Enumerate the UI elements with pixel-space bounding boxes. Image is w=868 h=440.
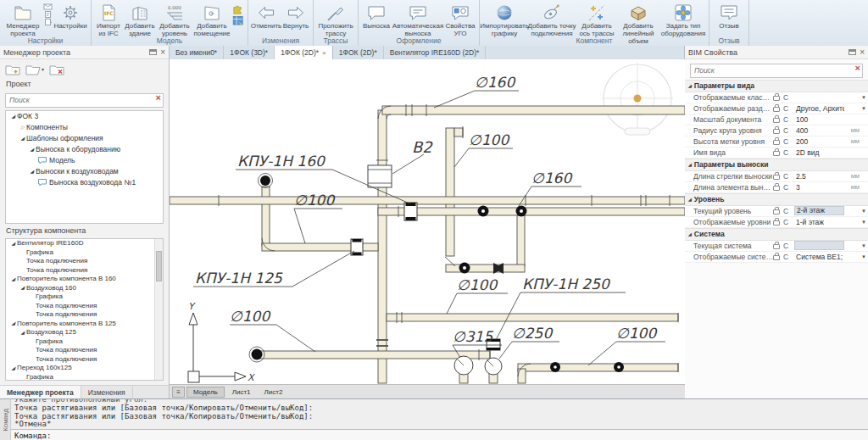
- expander-icon[interactable]: [28, 169, 36, 174]
- doc-tab[interactable]: 1ФОК (3D)*: [224, 46, 275, 59]
- tree-item[interactable]: Точка подключения: [6, 310, 163, 320]
- property-value[interactable]: [794, 241, 844, 250]
- add-building-button[interactable]: Добавить здание: [123, 1, 157, 39]
- tree-item[interactable]: Выноска к оборудованию: [6, 144, 163, 155]
- drawing-area[interactable]: ∅160 ∅100 B2 КПУ-1Н 160 ∅160 КПУ-1Н 125 …: [170, 59, 685, 384]
- clear-search-icon[interactable]: ×: [156, 92, 161, 103]
- close-icon[interactable]: ×: [160, 49, 165, 55]
- expander-icon[interactable]: [19, 285, 26, 290]
- balancing-valve[interactable]: [516, 206, 527, 217]
- diffuser[interactable]: [259, 174, 273, 188]
- tree-item[interactable]: Точка подключения: [6, 301, 163, 310]
- table-icon[interactable]: [231, 15, 245, 26]
- tree-item[interactable]: Точка подключения: [6, 346, 163, 355]
- lock-icon[interactable]: [773, 244, 780, 250]
- tree-item[interactable]: Компоненты: [6, 122, 163, 133]
- tree-item[interactable]: Воздуховод 125: [6, 328, 163, 337]
- lock-icon[interactable]: [773, 151, 780, 157]
- dropdown-icon[interactable]: ▼: [860, 209, 868, 214]
- round-duct-315[interactable]: [454, 356, 473, 375]
- property-value[interactable]: 2D вид: [794, 148, 844, 157]
- balancing-valve[interactable]: [550, 362, 560, 372]
- properties-search-input[interactable]: [690, 64, 863, 78]
- close-tab-icon[interactable]: ×: [322, 49, 326, 57]
- dropdown-icon[interactable]: ▼: [860, 220, 868, 225]
- clear-search-icon[interactable]: ×: [855, 63, 860, 73]
- doc-tab[interactable]: 1ФОК (2D)*: [333, 46, 384, 59]
- document-edit-icon[interactable]: [43, 19, 53, 25]
- property-value[interactable]: 1-й этаж: [794, 218, 844, 226]
- import-graphics-button[interactable]: Импортировать графику: [482, 1, 526, 39]
- command-input[interactable]: Команда:: [11, 429, 868, 440]
- dock-icon[interactable]: [149, 49, 157, 55]
- property-value[interactable]: Система ВЕ1; Система В6: [794, 253, 844, 261]
- tab-sheet1[interactable]: Лист1: [226, 387, 257, 397]
- expander-icon[interactable]: [19, 330, 26, 335]
- mail-icon[interactable]: [43, 3, 53, 10]
- tree-item[interactable]: Выноска воздуховода №1: [6, 177, 163, 188]
- property-value[interactable]: 100: [794, 115, 844, 124]
- doc-tab[interactable]: Без имени0*: [170, 46, 224, 59]
- add-room-button[interactable]: Добавить помещение: [192, 1, 231, 39]
- property-value[interactable]: 200: [794, 137, 844, 146]
- lock-icon[interactable]: [773, 220, 780, 226]
- set-equipment-type-button[interactable]: Задать тип оборудования: [660, 1, 706, 39]
- tree-item[interactable]: Шаблоны оформления: [6, 133, 163, 144]
- tree-item[interactable]: ФОК 3: [6, 111, 163, 122]
- expander-icon[interactable]: [19, 136, 26, 141]
- wheel-center-dot[interactable]: [634, 95, 642, 103]
- expander-icon[interactable]: [9, 241, 17, 246]
- tree-item[interactable]: Вентилятор IRE160D: [6, 239, 163, 248]
- lock-icon[interactable]: [773, 255, 780, 261]
- tab-changes[interactable]: Изменения: [81, 386, 133, 398]
- tree-item[interactable]: Графика: [6, 292, 163, 302]
- property-section[interactable]: Уровень: [685, 193, 868, 206]
- dropdown-icon[interactable]: ▼: [860, 95, 868, 100]
- add-level-button[interactable]: 0.000 Добавить уровень: [157, 1, 192, 39]
- add-route-axis-button[interactable]: Добавить ось трассы: [577, 1, 616, 39]
- tab-sheet2[interactable]: Лист2: [259, 387, 289, 397]
- ugo-properties-button[interactable]: Свойства УГО: [444, 1, 476, 39]
- lock-icon[interactable]: [773, 175, 780, 181]
- feedback-button[interactable]: Отзыв: [712, 1, 746, 31]
- expander-icon[interactable]: [28, 147, 36, 152]
- command-panel-tab[interactable]: Команд: [0, 399, 11, 440]
- property-section[interactable]: Параметры вида: [685, 80, 868, 92]
- settings-button[interactable]: Настройки: [53, 1, 88, 31]
- property-value[interactable]: 400: [794, 126, 844, 135]
- lock-icon[interactable]: [773, 96, 780, 102]
- dropdown-icon[interactable]: ▼: [860, 254, 868, 259]
- balancing-valve[interactable]: [614, 362, 624, 372]
- tree-item[interactable]: Выноски к воздуховодам: [6, 166, 163, 177]
- project-manager-button[interactable]: Менеджер проекта: [3, 1, 43, 39]
- sheet-menu-icon[interactable]: ≡: [172, 387, 185, 398]
- property-value[interactable]: Другое, Архитектурный: [794, 104, 844, 113]
- lock-icon[interactable]: [773, 186, 780, 192]
- lock-icon[interactable]: [773, 140, 780, 146]
- navigation-wheel[interactable]: [602, 63, 673, 135]
- balancing-valve[interactable]: [459, 263, 470, 274]
- expander-icon[interactable]: [19, 125, 26, 130]
- expander-icon[interactable]: [9, 276, 17, 281]
- tab-model[interactable]: Модель: [186, 387, 225, 398]
- lock-icon[interactable]: [773, 107, 780, 113]
- lock-icon[interactable]: [773, 129, 780, 135]
- dropdown-icon[interactable]: ▼: [860, 243, 868, 248]
- diffuser[interactable]: [249, 347, 264, 362]
- wheel-menu-pill[interactable]: [625, 128, 650, 135]
- leader-button[interactable]: Выноска: [361, 1, 392, 31]
- fan-unit-b2[interactable]: [368, 165, 392, 187]
- add-connection-point-button[interactable]: Добавить точку подключения: [526, 1, 577, 39]
- tree-item[interactable]: Воздуховод 160: [6, 283, 163, 292]
- tree-item[interactable]: Повторитель компонента В 160: [6, 275, 163, 284]
- tree-item[interactable]: Графика: [6, 248, 163, 257]
- expander-icon[interactable]: [9, 365, 17, 370]
- tab-project-manager[interactable]: Менеджер проекта: [0, 386, 81, 398]
- expander-icon[interactable]: [9, 114, 17, 119]
- kpu-valve-125[interactable]: [351, 239, 363, 255]
- tree-item[interactable]: Повторитель компонента В 125: [6, 319, 163, 328]
- new-project-folder-icon[interactable]: [5, 63, 20, 75]
- open-project-folder-button[interactable]: ▾: [25, 63, 44, 75]
- tree-item[interactable]: Графика: [6, 372, 163, 381]
- tree-item[interactable]: Точка подключения: [6, 257, 163, 266]
